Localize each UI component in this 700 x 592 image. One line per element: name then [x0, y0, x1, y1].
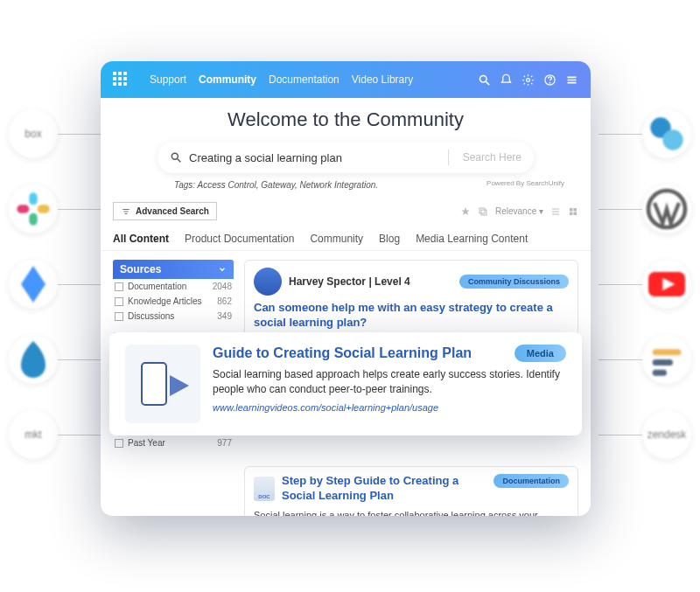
svg-line-12 [486, 81, 489, 85]
connector-wordpress-icon [642, 185, 691, 233]
featured-description: Social learning based approach helps cre… [213, 367, 566, 397]
nav-video-library[interactable]: Video Library [352, 73, 414, 86]
sort-relevance[interactable]: Relevance ▾ [495, 206, 543, 216]
svg-rect-32 [574, 212, 578, 215]
tab-community[interactable]: Community [310, 227, 363, 250]
apps-grid-icon[interactable] [113, 72, 129, 87]
app-window: Support Community Documentation Video Li… [101, 61, 591, 516]
tab-product-documentation[interactable]: Product Documentation [185, 227, 294, 250]
connector-youtube-icon [642, 260, 691, 309]
connector-box-icon: box [9, 109, 58, 158]
megaphone-icon [136, 358, 189, 410]
connector-sharepoint-icon [642, 109, 691, 158]
featured-result-card[interactable]: Guide to Creating Social Learning Plan M… [109, 332, 582, 435]
connector-marketo-icon: mkt [9, 410, 58, 459]
connector-contentful-icon [642, 335, 691, 384]
tab-blog[interactable]: Blog [379, 227, 400, 250]
advanced-search-button[interactable]: Advanced Search [113, 202, 217, 220]
connector-drupal-icon [9, 335, 58, 384]
connector-zendesk-icon: zendesk [642, 410, 691, 459]
svg-point-19 [172, 153, 178, 159]
hero: Welcome to the Community Search Here Tag… [101, 98, 591, 195]
help-icon[interactable] [543, 73, 556, 87]
connector-jira-icon [9, 260, 58, 309]
powered-by-label: Powered By SearchUnify [486, 179, 564, 187]
featured-thumbnail [125, 345, 200, 423]
svg-rect-31 [570, 212, 573, 215]
grid-view-icon[interactable] [568, 206, 578, 217]
svg-rect-9 [653, 359, 673, 366]
nav-support[interactable]: Support [150, 73, 186, 86]
featured-category-pill: Media [514, 345, 566, 362]
document-icon: DOC [254, 477, 275, 501]
toolbar: Advanced Search Relevance ▾ [101, 195, 591, 227]
svg-point-15 [550, 82, 550, 83]
hamburger-icon[interactable] [565, 73, 578, 87]
svg-line-20 [178, 159, 181, 163]
list-view-icon[interactable] [550, 206, 561, 217]
featured-link[interactable]: www.learningvideos.com/social+learning+p… [213, 402, 566, 413]
svg-rect-0 [17, 205, 29, 212]
copy-icon[interactable] [478, 206, 488, 217]
facet-sources-header[interactable]: Sources [113, 260, 234, 279]
result-title: Can someone help me with an easy strateg… [254, 301, 569, 331]
search-input[interactable] [189, 151, 443, 164]
tab-all-content[interactable]: All Content [113, 227, 169, 250]
filter-icon [121, 207, 131, 216]
search-input-icon [170, 151, 182, 164]
result-description: Social learning is a way to foster colla… [254, 509, 569, 516]
result-author: Harvey Spector | Level 4 [289, 275, 410, 288]
facet-item[interactable]: Past Year977 [113, 435, 234, 450]
content-tabs: All Content Product Documentation Commun… [101, 227, 591, 251]
search-icon[interactable] [478, 73, 491, 87]
svg-rect-2 [38, 205, 50, 212]
tab-media-learning[interactable]: Media Learning Content [416, 227, 528, 250]
search-here-button[interactable]: Search Here [454, 151, 522, 164]
facet-item[interactable]: Discussions349 [113, 309, 234, 324]
svg-rect-3 [29, 213, 37, 226]
svg-rect-1 [29, 192, 37, 205]
header-bar: Support Community Documentation Video Li… [101, 61, 591, 98]
connector-slack-icon [9, 185, 58, 233]
result-category-pill: Documentation [494, 474, 569, 488]
svg-rect-30 [574, 208, 578, 212]
svg-rect-10 [653, 370, 667, 376]
facet-item[interactable]: Documentation2048 [113, 279, 234, 294]
svg-point-13 [527, 78, 530, 81]
result-card[interactable]: DOC Step by Step Guide to Creating a Soc… [244, 466, 578, 516]
avatar [254, 268, 282, 296]
facet-item[interactable]: Knowledge Articles862 [113, 294, 234, 309]
search-box: Search Here [158, 142, 534, 173]
svg-point-5 [662, 129, 682, 150]
gear-icon[interactable] [522, 73, 535, 87]
nav-documentation[interactable]: Documentation [269, 73, 340, 86]
page-title: Welcome to the Community [118, 108, 573, 131]
chevron-down-icon [218, 265, 227, 274]
svg-point-11 [480, 75, 487, 82]
result-title: Step by Step Guide to Creating a Social … [282, 474, 488, 504]
featured-title: Guide to Creating Social Learning Plan [213, 345, 506, 362]
nav-community[interactable]: Community [199, 73, 256, 86]
svg-rect-24 [481, 210, 486, 215]
svg-rect-25 [480, 208, 485, 213]
svg-rect-8 [653, 349, 682, 355]
star-icon[interactable] [460, 206, 471, 217]
bell-icon[interactable] [500, 73, 513, 87]
svg-rect-29 [570, 208, 573, 212]
result-category-pill: Community Discussions [459, 275, 569, 289]
